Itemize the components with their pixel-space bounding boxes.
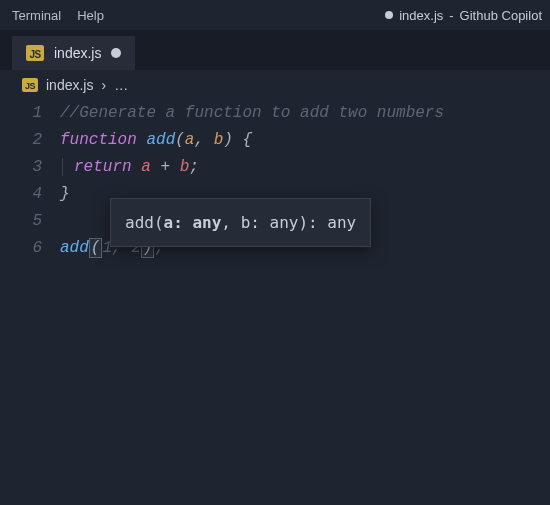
line-number: 1 — [0, 100, 60, 127]
tab-filename: index.js — [54, 45, 101, 61]
breadcrumb-filename: index.js — [46, 77, 93, 93]
code-line: function add(a, b) { — [60, 127, 550, 154]
code-comment: //Generate a function to add two numbers — [60, 100, 550, 127]
line-number: 5 — [0, 208, 60, 235]
tab-index-js[interactable]: JS index.js — [12, 36, 135, 70]
chevron-right-icon: › — [101, 77, 106, 93]
menu-terminal[interactable]: Terminal — [4, 4, 69, 27]
line-number: 4 — [0, 181, 60, 208]
line-number: 6 — [0, 235, 60, 262]
code-editor[interactable]: 1 //Generate a function to add two numbe… — [0, 100, 550, 505]
menubar: Terminal Help index.js - Github Copilot — [0, 0, 550, 30]
title-sep: - — [449, 8, 453, 23]
signature-help-tooltip: add(a: any, b: any): any — [110, 198, 371, 247]
dirty-dot-icon — [385, 11, 393, 19]
title-filename: index.js — [399, 8, 443, 23]
js-icon: JS — [26, 45, 44, 61]
tab-dirty-icon — [111, 48, 121, 58]
line-number: 2 — [0, 127, 60, 154]
breadcrumb[interactable]: JS index.js › … — [0, 70, 550, 100]
line-number: 3 — [0, 154, 60, 181]
menu-help[interactable]: Help — [69, 4, 112, 27]
breadcrumb-ellipsis: … — [114, 77, 128, 93]
title-app: Github Copilot — [460, 8, 542, 23]
js-icon: JS — [22, 78, 38, 92]
code-line: return a + b; — [60, 154, 550, 181]
tabbar: JS index.js — [0, 30, 550, 70]
window-title: index.js - Github Copilot — [385, 8, 546, 23]
